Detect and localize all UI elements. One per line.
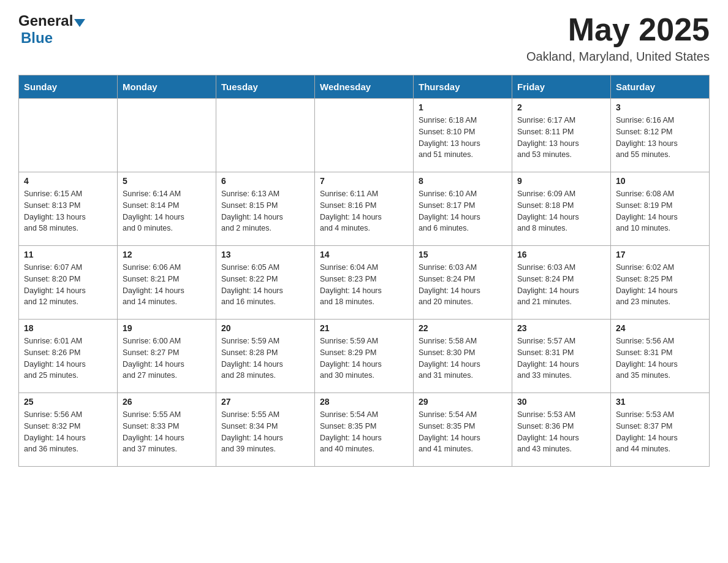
calendar-cell: 23Sunrise: 5:57 AM Sunset: 8:31 PM Dayli…: [512, 320, 611, 393]
page-header: General Blue May 2025 Oakland, Maryland,…: [18, 12, 710, 64]
logo-blue-text: Blue: [18, 29, 85, 47]
calendar-header-sunday: Sunday: [19, 75, 118, 99]
calendar-cell: 31Sunrise: 5:53 AM Sunset: 8:37 PM Dayli…: [611, 393, 710, 467]
calendar-header-monday: Monday: [118, 75, 216, 99]
day-info: Sunrise: 6:07 AM Sunset: 8:20 PM Dayligh…: [24, 262, 112, 308]
day-info: Sunrise: 6:13 AM Sunset: 8:15 PM Dayligh…: [221, 188, 309, 234]
calendar-cell: 20Sunrise: 5:59 AM Sunset: 8:28 PM Dayli…: [216, 320, 315, 393]
calendar-cell: [315, 99, 414, 172]
day-number: 27: [221, 397, 309, 407]
calendar-week-row: 11Sunrise: 6:07 AM Sunset: 8:20 PM Dayli…: [19, 246, 710, 320]
day-number: 18: [24, 323, 112, 333]
day-number: 24: [616, 323, 704, 333]
day-number: 6: [221, 176, 309, 186]
day-number: 22: [419, 323, 507, 333]
calendar-header-saturday: Saturday: [611, 75, 710, 99]
day-number: 14: [320, 250, 408, 259]
calendar-cell: 16Sunrise: 6:03 AM Sunset: 8:24 PM Dayli…: [512, 246, 611, 320]
calendar-cell: 24Sunrise: 5:56 AM Sunset: 8:31 PM Dayli…: [611, 320, 710, 393]
calendar-cell: [216, 99, 315, 172]
calendar-cell: 9Sunrise: 6:09 AM Sunset: 8:18 PM Daylig…: [512, 172, 611, 246]
day-info: Sunrise: 5:56 AM Sunset: 8:32 PM Dayligh…: [24, 409, 112, 455]
day-info: Sunrise: 6:18 AM Sunset: 8:10 PM Dayligh…: [419, 115, 507, 161]
calendar-cell: [19, 99, 118, 172]
day-number: 26: [123, 397, 211, 407]
day-number: 23: [517, 323, 605, 333]
day-info: Sunrise: 6:03 AM Sunset: 8:24 PM Dayligh…: [419, 262, 507, 308]
day-info: Sunrise: 5:58 AM Sunset: 8:30 PM Dayligh…: [419, 335, 507, 381]
day-info: Sunrise: 6:09 AM Sunset: 8:18 PM Dayligh…: [517, 188, 605, 234]
day-number: 21: [320, 323, 408, 333]
day-number: 7: [320, 176, 408, 186]
month-title: May 2025: [526, 12, 710, 47]
day-number: 1: [419, 102, 507, 112]
day-number: 3: [616, 102, 704, 112]
day-number: 16: [517, 250, 605, 259]
day-number: 4: [24, 176, 112, 186]
calendar-cell: 18Sunrise: 6:01 AM Sunset: 8:26 PM Dayli…: [19, 320, 118, 393]
day-info: Sunrise: 6:17 AM Sunset: 8:11 PM Dayligh…: [517, 115, 605, 161]
calendar-cell: 28Sunrise: 5:54 AM Sunset: 8:35 PM Dayli…: [315, 393, 414, 467]
title-section: May 2025 Oakland, Maryland, United State…: [526, 12, 710, 64]
day-info: Sunrise: 5:56 AM Sunset: 8:31 PM Dayligh…: [616, 335, 704, 381]
calendar-cell: 5Sunrise: 6:14 AM Sunset: 8:14 PM Daylig…: [118, 172, 216, 246]
calendar-header-row: SundayMondayTuesdayWednesdayThursdayFrid…: [19, 75, 710, 99]
calendar-cell: 21Sunrise: 5:59 AM Sunset: 8:29 PM Dayli…: [315, 320, 414, 393]
day-number: 12: [123, 250, 211, 259]
day-number: 9: [517, 176, 605, 186]
calendar-header-friday: Friday: [512, 75, 611, 99]
day-number: 8: [419, 176, 507, 186]
day-info: Sunrise: 6:14 AM Sunset: 8:14 PM Dayligh…: [123, 188, 211, 234]
day-number: 30: [517, 397, 605, 407]
calendar-cell: 27Sunrise: 5:55 AM Sunset: 8:34 PM Dayli…: [216, 393, 315, 467]
day-info: Sunrise: 6:11 AM Sunset: 8:16 PM Dayligh…: [320, 188, 408, 234]
day-info: Sunrise: 6:08 AM Sunset: 8:19 PM Dayligh…: [616, 188, 704, 234]
day-number: 25: [24, 397, 112, 407]
calendar-cell: 17Sunrise: 6:02 AM Sunset: 8:25 PM Dayli…: [611, 246, 710, 320]
calendar-cell: 1Sunrise: 6:18 AM Sunset: 8:10 PM Daylig…: [414, 99, 512, 172]
day-info: Sunrise: 6:15 AM Sunset: 8:13 PM Dayligh…: [24, 188, 112, 234]
day-number: 28: [320, 397, 408, 407]
day-info: Sunrise: 6:03 AM Sunset: 8:24 PM Dayligh…: [517, 262, 605, 308]
day-info: Sunrise: 5:55 AM Sunset: 8:33 PM Dayligh…: [123, 409, 211, 455]
calendar-cell: 29Sunrise: 5:54 AM Sunset: 8:35 PM Dayli…: [414, 393, 512, 467]
day-number: 15: [419, 250, 507, 259]
calendar-week-row: 4Sunrise: 6:15 AM Sunset: 8:13 PM Daylig…: [19, 172, 710, 246]
calendar-cell: 8Sunrise: 6:10 AM Sunset: 8:17 PM Daylig…: [414, 172, 512, 246]
day-number: 17: [616, 250, 704, 259]
calendar-cell: 3Sunrise: 6:16 AM Sunset: 8:12 PM Daylig…: [611, 99, 710, 172]
day-number: 2: [517, 102, 605, 112]
day-info: Sunrise: 6:02 AM Sunset: 8:25 PM Dayligh…: [616, 262, 704, 308]
day-info: Sunrise: 6:00 AM Sunset: 8:27 PM Dayligh…: [123, 335, 211, 381]
day-info: Sunrise: 5:59 AM Sunset: 8:28 PM Dayligh…: [221, 335, 309, 381]
calendar-week-row: 1Sunrise: 6:18 AM Sunset: 8:10 PM Daylig…: [19, 99, 710, 172]
calendar-table: SundayMondayTuesdayWednesdayThursdayFrid…: [18, 75, 710, 467]
calendar-week-row: 18Sunrise: 6:01 AM Sunset: 8:26 PM Dayli…: [19, 320, 710, 393]
day-info: Sunrise: 5:54 AM Sunset: 8:35 PM Dayligh…: [320, 409, 408, 455]
calendar-cell: 13Sunrise: 6:05 AM Sunset: 8:22 PM Dayli…: [216, 246, 315, 320]
logo-general-text: General: [18, 12, 73, 29]
logo: General Blue: [18, 12, 85, 47]
calendar-cell: 4Sunrise: 6:15 AM Sunset: 8:13 PM Daylig…: [19, 172, 118, 246]
calendar-cell: 19Sunrise: 6:00 AM Sunset: 8:27 PM Dayli…: [118, 320, 216, 393]
day-info: Sunrise: 5:53 AM Sunset: 8:36 PM Dayligh…: [517, 409, 605, 455]
day-number: 13: [221, 250, 309, 259]
day-info: Sunrise: 6:04 AM Sunset: 8:23 PM Dayligh…: [320, 262, 408, 308]
calendar-cell: 25Sunrise: 5:56 AM Sunset: 8:32 PM Dayli…: [19, 393, 118, 467]
logo-row1: General: [18, 12, 85, 29]
calendar-cell: 30Sunrise: 5:53 AM Sunset: 8:36 PM Dayli…: [512, 393, 611, 467]
day-number: 29: [419, 397, 507, 407]
day-info: Sunrise: 5:55 AM Sunset: 8:34 PM Dayligh…: [221, 409, 309, 455]
day-info: Sunrise: 5:57 AM Sunset: 8:31 PM Dayligh…: [517, 335, 605, 381]
day-info: Sunrise: 6:05 AM Sunset: 8:22 PM Dayligh…: [221, 262, 309, 308]
calendar-cell: 15Sunrise: 6:03 AM Sunset: 8:24 PM Dayli…: [414, 246, 512, 320]
day-info: Sunrise: 5:59 AM Sunset: 8:29 PM Dayligh…: [320, 335, 408, 381]
day-number: 31: [616, 397, 704, 407]
calendar-cell: 10Sunrise: 6:08 AM Sunset: 8:19 PM Dayli…: [611, 172, 710, 246]
calendar-cell: 6Sunrise: 6:13 AM Sunset: 8:15 PM Daylig…: [216, 172, 315, 246]
calendar-header-thursday: Thursday: [414, 75, 512, 99]
day-number: 19: [123, 323, 211, 333]
calendar-cell: 14Sunrise: 6:04 AM Sunset: 8:23 PM Dayli…: [315, 246, 414, 320]
calendar-cell: 26Sunrise: 5:55 AM Sunset: 8:33 PM Dayli…: [118, 393, 216, 467]
location-title: Oakland, Maryland, United States: [526, 50, 710, 64]
